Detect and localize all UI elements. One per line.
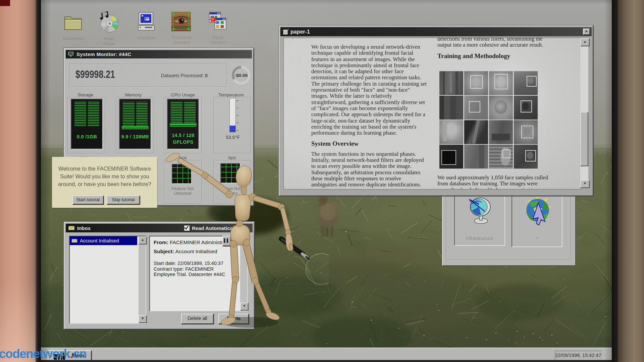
- svg-text:-$0.06: -$0.06: [235, 73, 248, 78]
